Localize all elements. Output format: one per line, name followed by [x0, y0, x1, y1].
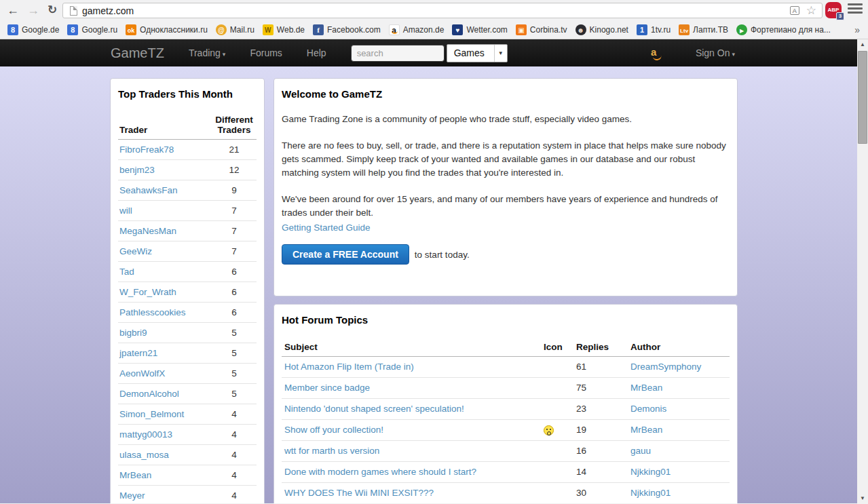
trader-link[interactable]: bigbri9	[119, 328, 147, 338]
trader-link[interactable]: mattyg00013	[119, 429, 172, 440]
topic-subject-link[interactable]: Hot Amazon Flip Item (Trade in)	[284, 362, 414, 372]
col-header-replies: Replies	[573, 338, 628, 357]
adblock-badge: 3	[836, 12, 844, 20]
bookmark-item[interactable]: Google.de	[4, 23, 64, 37]
trader-link[interactable]: jpatern21	[119, 348, 157, 358]
topic-author-link[interactable]: DreamSymphony	[630, 362, 701, 372]
nav-item-forums[interactable]: Forums	[250, 47, 282, 58]
col-header-subject: Subject	[282, 338, 541, 357]
bookmark-label: Лапти.ТВ	[693, 25, 728, 35]
bookmark-label: Web.de	[277, 25, 305, 35]
topic-subject-link[interactable]: Done with modern games where should I st…	[284, 467, 476, 477]
site-logo[interactable]: GameTZ	[111, 45, 164, 61]
trader-link[interactable]: FibroFreak78	[119, 144, 174, 155]
different-traders-count: 12	[212, 160, 257, 180]
different-traders-count: 7	[212, 241, 257, 262]
getting-started-guide-link[interactable]: Getting Started Guide	[282, 222, 371, 233]
table-row: mattyg00013 4	[118, 425, 257, 445]
search-input[interactable]	[351, 45, 445, 62]
topic-subject-link[interactable]: Show off your collection!	[284, 425, 383, 435]
topic-subject-link[interactable]: Nintendo 'donut shaped screen' speculati…	[284, 404, 464, 414]
topic-subject-link[interactable]: WHY DOES The Wii MINI EXSIT???	[284, 488, 434, 498]
trader-link[interactable]: DemonAlcohol	[119, 389, 179, 399]
bookmark-favicon	[216, 24, 227, 35]
table-row: Pathlesscookies 6	[118, 303, 257, 323]
scroll-down-icon[interactable]: ▼	[857, 493, 868, 503]
topic-author-link[interactable]: gauu	[630, 446, 651, 456]
trader-link[interactable]: W_For_Wrath	[119, 287, 176, 297]
trader-link[interactable]: Meyer	[119, 490, 145, 501]
url-text[interactable]: gametz.com	[82, 5, 790, 16]
bookmark-favicon	[679, 24, 690, 35]
topic-author-link[interactable]: Njkking01	[630, 488, 671, 498]
table-row: jpatern21 5	[118, 343, 257, 364]
bookmark-item[interactable]: Facebook.com	[309, 23, 385, 37]
translate-icon[interactable]: A	[790, 6, 799, 15]
trader-link[interactable]: ulasa_mosa	[119, 450, 169, 460]
create-account-button[interactable]: Create a FREE Account	[282, 244, 409, 265]
bookmark-label: Одноклассники.ru	[140, 25, 208, 35]
bookmark-item[interactable]: Kinogo.net	[572, 23, 633, 37]
bookmark-star-icon[interactable]: ☆	[806, 4, 816, 18]
nav-item-help[interactable]: Help	[307, 47, 326, 58]
bookmark-item[interactable]: Google.ru	[64, 23, 122, 37]
back-icon[interactable]: ←	[4, 1, 22, 19]
trader-link[interactable]: Simon_Belmont	[119, 409, 184, 419]
topic-author-link[interactable]: Demonis	[630, 404, 666, 414]
bookmark-item[interactable]: Лапти.ТВ	[675, 23, 733, 37]
welcome-title: Welcome to GameTZ	[282, 88, 730, 100]
trader-link[interactable]: GeeWiz	[119, 246, 152, 256]
different-traders-count: 7	[212, 221, 257, 241]
different-traders-count: 4	[212, 486, 257, 504]
nav-item-trading[interactable]: Trading▾	[189, 47, 225, 58]
topic-subject-link[interactable]: wtt for marth us version	[284, 446, 379, 456]
trader-link[interactable]: MrBean	[119, 470, 151, 480]
bookmark-favicon	[575, 24, 586, 35]
address-bar[interactable]: gametz.com A ☆	[62, 3, 823, 18]
bookmark-item[interactable]: Mail.ru	[212, 23, 259, 37]
different-traders-count: 6	[212, 282, 257, 303]
trader-link[interactable]: AeonWolfX	[119, 368, 165, 379]
table-row: Tad 6	[118, 262, 257, 282]
trader-link[interactable]: Pathlesscookies	[119, 307, 186, 317]
different-traders-count: 5	[212, 384, 257, 404]
trader-link[interactable]: Tad	[119, 267, 134, 277]
reload-icon[interactable]: ↻	[43, 1, 61, 19]
topic-author-link[interactable]: Njkking01	[630, 467, 671, 477]
table-row: SeahawksFan 9	[118, 180, 257, 201]
bookmark-item[interactable]: Web.de	[259, 23, 309, 37]
topic-subject-link[interactable]: Member since badge	[284, 383, 370, 393]
amazon-icon[interactable]: a	[651, 47, 664, 59]
topic-author-link[interactable]: MrBean	[630, 383, 662, 393]
trader-link[interactable]: benjm23	[119, 165, 155, 175]
topic-replies-count: 30	[573, 482, 628, 503]
col-header-icon: Icon	[541, 338, 573, 357]
table-row: W_For_Wrath 6	[118, 282, 257, 303]
table-row: Nintendo 'donut shaped screen' speculati…	[282, 398, 730, 419]
bookmark-label: Corbina.tv	[530, 25, 567, 35]
top-traders-panel: Top Traders This Month Trader Different …	[110, 78, 265, 503]
trader-link[interactable]: will	[119, 206, 132, 216]
bookmark-item[interactable]: Одноклассники.ru	[122, 23, 212, 37]
page-scrollbar[interactable]: ▲ ▼	[857, 39, 868, 503]
bookmark-item[interactable]: Фортепиано для на...	[733, 23, 835, 37]
bookmark-item[interactable]: Wetter.com	[449, 23, 512, 37]
scroll-up-icon[interactable]: ▲	[857, 39, 868, 50]
browser-window: ← → ↻ gametz.com A ☆ ABP 3 Google.de Goo…	[0, 0, 868, 504]
adblock-icon[interactable]: ABP 3	[825, 2, 842, 18]
search-scope-select[interactable]: Games ▼	[447, 44, 508, 62]
browser-menu-icon[interactable]	[848, 3, 863, 17]
scrollbar-thumb[interactable]	[858, 51, 867, 144]
forward-icon[interactable]: →	[24, 1, 42, 19]
sign-on-menu[interactable]: Sign On▾	[696, 47, 735, 58]
bookmark-item[interactable]: Amazon.de	[385, 23, 449, 37]
topic-replies-count: 16	[573, 440, 628, 461]
bookmark-item[interactable]: Corbina.tv	[512, 23, 572, 37]
trader-link[interactable]: SeahawksFan	[119, 185, 178, 195]
different-traders-count: 6	[212, 262, 257, 282]
topic-replies-count: 61	[573, 357, 628, 378]
topic-author-link[interactable]: MrBean	[630, 425, 662, 435]
bookmarks-overflow-icon[interactable]: »	[850, 24, 864, 35]
bookmark-item[interactable]: 1tv.ru	[633, 23, 675, 37]
trader-link[interactable]: MegaNesMan	[119, 226, 176, 236]
